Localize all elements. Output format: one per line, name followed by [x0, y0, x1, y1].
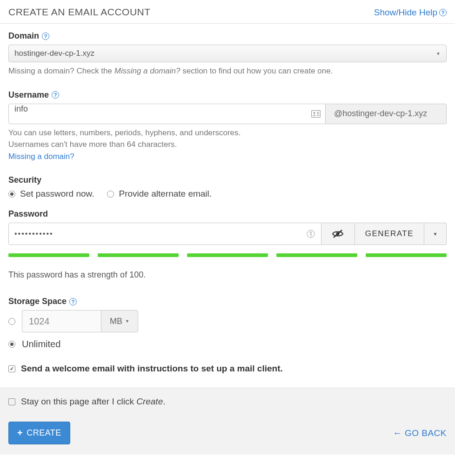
storage-custom-radio[interactable] — [8, 318, 15, 325]
password-strength-bar — [8, 253, 447, 257]
svg-line-8 — [334, 230, 342, 238]
key-icon — [306, 229, 315, 238]
storage-size-input[interactable]: 1024 — [22, 310, 101, 332]
eye-slash-icon — [332, 229, 344, 238]
create-button[interactable]: + CREATE — [8, 422, 70, 444]
domain-hint: Missing a domain? Check the Missing a do… — [8, 65, 447, 77]
plus-icon: + — [17, 428, 23, 438]
security-label-text: Security — [8, 175, 41, 185]
username-hint: You can use letters, numbers, periods, h… — [8, 127, 447, 163]
strength-segment — [187, 253, 268, 257]
help-link-text: Show/Hide Help — [374, 7, 437, 18]
username-label: Username ? — [8, 90, 447, 100]
password-input[interactable]: ••••••••••• — [8, 223, 321, 245]
storage-label: Storage Space ? — [8, 297, 447, 306]
generate-label: GENERATE — [365, 229, 414, 238]
addon-text: @hostinger-dev-cp-1.xyz — [334, 109, 427, 119]
svg-point-1 — [314, 112, 315, 114]
strength-segment — [98, 253, 179, 257]
unlimited-label: Unlimited — [22, 339, 60, 350]
storage-unit: MB — [110, 317, 122, 326]
strength-segment — [276, 253, 357, 257]
hint-line: You can use letters, numbers, periods, h… — [8, 127, 447, 139]
help-icon[interactable]: ? — [52, 91, 59, 99]
contact-card-icon — [311, 110, 321, 118]
stay-suffix: . — [163, 397, 165, 406]
stay-prefix: Stay on this page after I click — [21, 397, 136, 406]
help-icon: ? — [439, 9, 447, 16]
help-icon[interactable]: ? — [69, 298, 77, 305]
username-input[interactable]: info — [8, 104, 326, 124]
stay-em: Create — [136, 397, 163, 406]
stay-label: Stay on this page after I click Create. — [21, 397, 166, 407]
password-label: Password — [8, 209, 447, 219]
strength-segment — [366, 253, 447, 257]
domain-selected-value: hostinger-dev-cp-1.xyz — [14, 49, 94, 58]
svg-point-6 — [310, 232, 312, 234]
password-label-text: Password — [8, 209, 48, 219]
storage-unit-select[interactable]: MB ▼ — [101, 310, 138, 332]
chevron-down-icon: ▼ — [433, 231, 438, 237]
chevron-down-icon: ▼ — [436, 51, 441, 56]
security-label: Security — [8, 175, 447, 185]
welcome-label: Send a welcome email with instructions t… — [21, 364, 283, 374]
generate-options-button[interactable]: ▼ — [424, 223, 447, 245]
storage-value: 1024 — [29, 316, 50, 327]
password-strength-text: This password has a strength of 100. — [8, 270, 447, 280]
set-password-radio[interactable] — [8, 191, 15, 198]
strength-segment — [8, 253, 89, 257]
radio-label: Provide alternate email. — [119, 189, 212, 199]
page-title: CREATE AN EMAIL ACCOUNT — [8, 7, 151, 18]
hint-line: Usernames can't have more than 64 charac… — [8, 139, 447, 151]
storage-unlimited-radio[interactable] — [8, 341, 15, 348]
storage-label-text: Storage Space — [8, 297, 67, 306]
create-label: CREATE — [27, 428, 61, 438]
alternate-email-radio[interactable] — [107, 191, 114, 198]
show-hide-help-link[interactable]: Show/Hide Help ? — [374, 7, 447, 18]
domain-label: Domain ? — [8, 31, 447, 41]
hint-em: Missing a domain? — [114, 66, 181, 75]
domain-select[interactable]: hostinger-dev-cp-1.xyz ▼ — [8, 45, 447, 62]
welcome-email-checkbox[interactable]: ✓ — [8, 365, 15, 372]
username-label-text: Username — [8, 90, 49, 100]
hint-text: Missing a domain? Check the — [8, 66, 114, 75]
help-icon[interactable]: ? — [42, 33, 49, 40]
hint-text: section to find out how you can create o… — [180, 66, 333, 75]
toggle-password-visibility-button[interactable] — [321, 223, 355, 245]
stay-on-page-checkbox[interactable] — [8, 398, 15, 405]
domain-label-text: Domain — [8, 31, 39, 41]
missing-domain-link[interactable]: Missing a domain? — [8, 151, 447, 163]
go-back-label: GO BACK — [405, 428, 447, 438]
password-value: ••••••••••• — [14, 230, 54, 238]
radio-label: Set password now. — [20, 189, 94, 199]
arrow-left-icon: ← — [393, 428, 402, 438]
generate-password-button[interactable]: GENERATE — [355, 223, 424, 245]
username-value: info — [14, 104, 28, 113]
chevron-down-icon: ▼ — [125, 319, 129, 324]
domain-addon: @hostinger-dev-cp-1.xyz — [326, 104, 447, 124]
go-back-link[interactable]: ← GO BACK — [393, 428, 447, 438]
